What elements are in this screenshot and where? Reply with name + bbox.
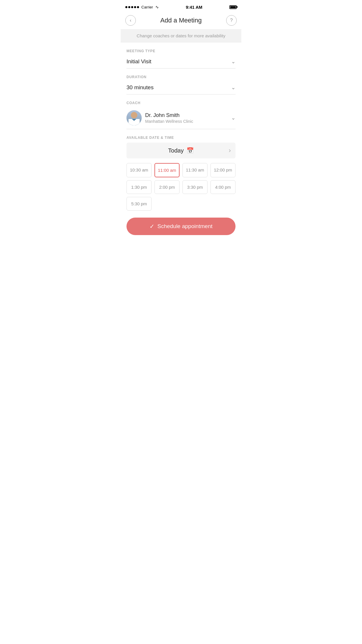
duration-chevron-icon: ⌄ (231, 84, 236, 91)
checkmark-icon: ✓ (150, 223, 154, 230)
meeting-type-label: MEETING TYPE (126, 49, 236, 53)
date-section: AVAILABLE DATE & TIME Today 📅 › (126, 136, 236, 158)
time-slot-0[interactable]: 10:30 am (126, 163, 152, 177)
time-slot-4[interactable]: 1:30 pm (126, 180, 152, 194)
coach-avatar-image (126, 110, 142, 125)
meeting-type-dropdown[interactable]: Initial Visit ⌄ (126, 55, 236, 69)
availability-banner: Change coaches or dates for more availab… (121, 29, 241, 43)
form-content: MEETING TYPE Initial Visit ⌄ DURATION 30… (121, 49, 241, 211)
coach-info-left: Dr. John Smith Manhattan Wellness Clinic (126, 110, 193, 125)
status-bar: Carrier ∿ 9:41 AM (121, 0, 241, 13)
signal-dot-4 (134, 6, 136, 8)
schedule-appointment-button[interactable]: ✓ Schedule appointment (126, 218, 236, 235)
status-time: 9:41 AM (186, 5, 202, 10)
duration-label: DURATION (126, 75, 236, 79)
duration-value: 30 minutes (126, 84, 154, 91)
wifi-icon: ∿ (155, 5, 159, 9)
help-button[interactable]: ? (226, 15, 237, 26)
battery-fill (230, 6, 236, 8)
coach-avatar (126, 110, 142, 125)
coach-details: Dr. John Smith Manhattan Wellness Clinic (145, 112, 193, 124)
time-slot-6[interactable]: 3:30 pm (182, 180, 208, 194)
time-slot-5[interactable]: 2:00 pm (154, 180, 180, 194)
schedule-btn-label: Schedule appointment (157, 223, 212, 230)
signal-dot-3 (131, 6, 133, 8)
coach-label: COACH (126, 101, 236, 105)
signal-dot-1 (125, 6, 127, 8)
date-navigator[interactable]: Today 📅 › (126, 143, 236, 158)
carrier-label: Carrier (141, 5, 153, 9)
time-slot-2[interactable]: 11:30 am (182, 163, 208, 177)
coach-name: Dr. John Smith (145, 112, 193, 118)
battery-icon (229, 5, 237, 9)
duration-dropdown[interactable]: 30 minutes ⌄ (126, 81, 236, 94)
signal-dot-2 (128, 6, 130, 8)
page-title: Add a Meeting (160, 17, 202, 24)
time-slot-3[interactable]: 12:00 pm (210, 163, 236, 177)
coach-dropdown[interactable]: Dr. John Smith Manhattan Wellness Clinic… (126, 107, 236, 129)
time-slot-8[interactable]: 5:30 pm (126, 197, 152, 211)
signal-dots (125, 6, 139, 8)
date-time-label: AVAILABLE DATE & TIME (126, 136, 236, 140)
status-left: Carrier ∿ (125, 5, 159, 9)
signal-dot-5 (137, 6, 139, 8)
time-slot-7[interactable]: 4:00 pm (210, 180, 236, 194)
schedule-btn-container: ✓ Schedule appointment (121, 211, 241, 244)
date-label: Today (168, 147, 184, 154)
avatar-head (131, 112, 137, 118)
time-slots-grid: 10:30 am11:00 am11:30 am12:00 pm1:30 pm2… (126, 163, 236, 211)
meeting-type-chevron-icon: ⌄ (231, 58, 236, 65)
date-center: Today 📅 (168, 147, 194, 154)
calendar-icon: 📅 (187, 147, 194, 154)
back-button[interactable]: ‹ (125, 15, 136, 26)
status-right (229, 5, 237, 9)
coach-clinic: Manhattan Wellness Clinic (145, 119, 193, 124)
time-slot-1[interactable]: 11:00 am (154, 163, 180, 177)
meeting-type-value: Initial Visit (126, 58, 151, 65)
banner-text: Change coaches or dates for more availab… (137, 33, 225, 38)
coach-chevron-icon: ⌄ (231, 115, 236, 121)
date-next-icon[interactable]: › (229, 147, 231, 154)
date-nav-right: › (194, 147, 231, 154)
nav-bar: ‹ Add a Meeting ? (121, 13, 241, 29)
